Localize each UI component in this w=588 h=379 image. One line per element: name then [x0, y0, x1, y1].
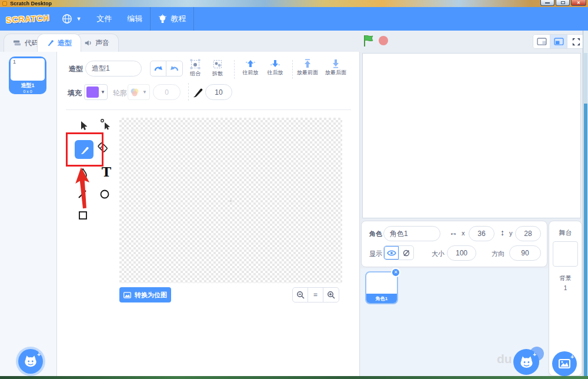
chevron-down-icon: ▼ [76, 16, 81, 22]
backdrop-thumbnail[interactable] [553, 241, 578, 267]
menu-separator [193, 7, 194, 31]
paint-canvas[interactable] [119, 118, 342, 283]
annotation-highlight-box [66, 132, 103, 167]
plus-icon: + [570, 354, 574, 360]
reshape-tool[interactable] [98, 118, 112, 132]
menu-edit[interactable]: 编辑 [119, 7, 150, 31]
fullscreen-button[interactable] [567, 35, 584, 48]
size-input[interactable]: 100 [447, 245, 476, 261]
eye-slash-icon [402, 249, 410, 257]
undo-icon [153, 65, 163, 73]
add-sprite-button[interactable]: + [513, 349, 539, 375]
show-label: 显示 [369, 250, 382, 258]
tab-costumes[interactable]: 造型 [37, 34, 81, 52]
cat-icon [23, 355, 38, 368]
outline-width-input[interactable]: 0 [153, 84, 181, 100]
language-menu[interactable]: ▼ [54, 7, 89, 31]
size-label: 大小 [432, 250, 445, 258]
title-bar: Scratch Desktop [0, 0, 588, 7]
undo-button[interactable] [151, 61, 166, 76]
costume-name: 造型1 [11, 82, 45, 89]
canvas-center-marker [230, 200, 232, 202]
lightbulb-icon [158, 14, 167, 24]
right-scrollbar-thumb[interactable] [584, 104, 587, 376]
costume-name-label: 造型 [69, 64, 83, 74]
backward-button[interactable]: 往后放 [265, 59, 286, 77]
sprite-name-input[interactable]: 角色1 [383, 226, 440, 241]
outline-color-swatch [129, 88, 140, 97]
cat-icon [519, 355, 534, 369]
costume-list-pane: 1 造型1 0 x 0 [0, 52, 57, 376]
y-input[interactable]: 28 [515, 226, 541, 241]
small-stage-icon [537, 38, 547, 45]
back-button[interactable]: 放最后面 [322, 59, 349, 77]
direction-input[interactable]: 90 [509, 245, 541, 261]
tab-sounds[interactable]: 声音 [75, 34, 119, 52]
size-value: 100 [456, 249, 467, 257]
zoom-reset-label: = [313, 291, 318, 299]
costume-size: 0 x 0 [11, 89, 45, 94]
show-button[interactable] [384, 246, 399, 260]
double-arrow-up-icon [303, 59, 312, 68]
circle-tool[interactable] [98, 187, 112, 201]
front-button[interactable]: 放最前面 [294, 59, 321, 77]
visibility-toggle [383, 245, 414, 260]
delete-sprite-button[interactable]: ✕ [391, 268, 400, 277]
add-costume-button[interactable]: + [18, 349, 43, 374]
forward-button[interactable]: 往前放 [240, 59, 261, 77]
menu-file[interactable]: 文件 [89, 7, 119, 31]
costume-thumbnail: 1 [11, 58, 45, 81]
small-stage-button[interactable] [533, 35, 550, 48]
scratch-logo[interactable]: SCRATCH [6, 13, 50, 25]
fill-color-swatch [86, 87, 99, 98]
redo-button[interactable] [166, 61, 182, 76]
group-button[interactable]: 组合 [185, 59, 205, 78]
costume-item-selected[interactable]: 1 造型1 0 x 0 [9, 56, 46, 94]
outline-label: 轮廓 [113, 88, 127, 98]
zoom-reset-button[interactable]: = [308, 288, 323, 302]
undo-redo-group [150, 61, 183, 77]
speaker-icon [84, 39, 92, 47]
redo-icon [170, 65, 179, 73]
large-stage-button[interactable] [550, 35, 567, 48]
add-backdrop-button[interactable]: + [552, 351, 577, 376]
menu-tutorials[interactable]: 教程 [151, 7, 193, 31]
costume-name-value: 造型1 [92, 64, 110, 74]
scratch-desktop-window: Scratch Desktop ✕ SCRATCH ▼ 文件 编辑 教程 [0, 0, 588, 379]
hide-button[interactable] [399, 246, 413, 260]
backdrop-add-icon [559, 359, 570, 368]
zoom-out-button[interactable] [293, 288, 308, 302]
select-tool[interactable] [77, 119, 91, 133]
paint-editor: 造型 造型1 [57, 52, 360, 376]
zoom-in-button[interactable] [323, 288, 339, 302]
app-icon [2, 1, 7, 6]
x-value: 36 [477, 230, 485, 238]
bitmap-icon [123, 292, 131, 298]
brush-size-input[interactable]: 10 [205, 84, 232, 100]
tab-costumes-label: 造型 [58, 38, 72, 48]
convert-to-bitmap-button[interactable]: 转换为位图 [119, 287, 171, 302]
maximize-button[interactable] [556, 0, 570, 6]
globe-icon [62, 14, 72, 24]
fill-color-picker[interactable]: ▼ [84, 84, 108, 100]
y-label: y [509, 230, 513, 237]
chevron-down-icon: ▼ [99, 89, 107, 95]
close-icon: ✕ [577, 1, 580, 5]
minimize-button[interactable] [540, 0, 554, 6]
ungroup-button[interactable]: 拆散 [208, 59, 228, 78]
costume-name-input[interactable]: 造型1 [85, 61, 142, 77]
stage-canvas[interactable] [362, 53, 581, 218]
text-tool[interactable]: T [99, 165, 113, 179]
x-input[interactable]: 36 [469, 226, 495, 241]
horizontal-arrows-icon: ↔ [449, 228, 457, 237]
close-button[interactable]: ✕ [571, 0, 586, 6]
stop-button[interactable] [379, 36, 388, 45]
double-arrow-down-icon [331, 59, 340, 68]
outline-color-picker[interactable]: ▼ [128, 84, 150, 100]
rectangle-tool[interactable] [76, 208, 90, 222]
y-value: 28 [524, 230, 532, 238]
backdrop-label: 背景 [549, 274, 582, 282]
direction-value: 90 [521, 249, 529, 257]
green-flag-button[interactable] [363, 34, 376, 48]
toolbar-separator [188, 83, 189, 101]
